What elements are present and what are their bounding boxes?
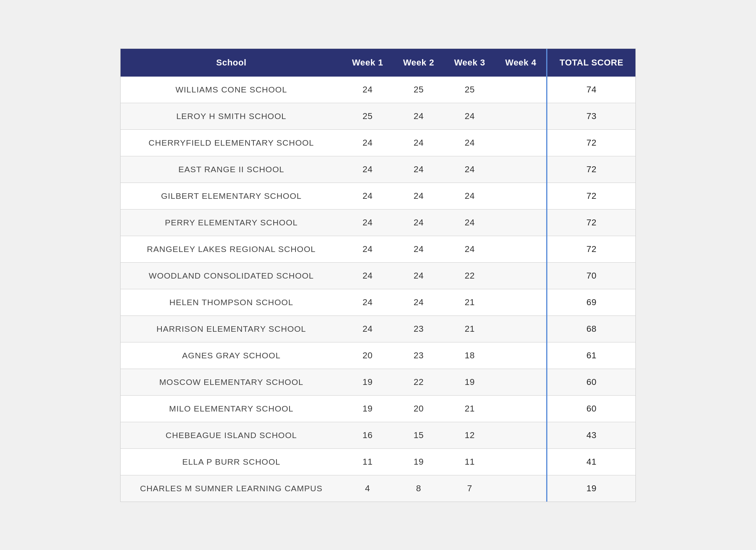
cell-week3: 24: [444, 103, 495, 129]
cell-total: 73: [547, 103, 635, 129]
cell-school: RANGELEY LAKES REGIONAL SCHOOL: [121, 236, 342, 262]
cell-school: CHERRYFIELD ELEMENTARY SCHOOL: [121, 129, 342, 156]
cell-week4: [495, 369, 547, 395]
cell-total: 69: [547, 289, 635, 315]
cell-school: GILBERT ELEMENTARY SCHOOL: [121, 183, 342, 209]
cell-week2: 24: [393, 156, 444, 183]
cell-week4: [495, 262, 547, 289]
cell-week3: 19: [444, 369, 495, 395]
cell-week2: 24: [393, 183, 444, 209]
cell-school: AGNES GRAY SCHOOL: [121, 342, 342, 369]
table-row: ELLA P BURR SCHOOL11191141: [121, 448, 635, 475]
cell-week4: [495, 448, 547, 475]
cell-week1: 24: [342, 77, 393, 103]
cell-week3: 7: [444, 475, 495, 502]
cell-week3: 24: [444, 156, 495, 183]
cell-total: 72: [547, 236, 635, 262]
scores-table-container: School Week 1 Week 2 Week 3 Week 4 TOTAL…: [120, 48, 636, 502]
cell-week1: 24: [342, 236, 393, 262]
cell-week1: 20: [342, 342, 393, 369]
cell-week1: 24: [342, 209, 393, 236]
cell-school: PERRY ELEMENTARY SCHOOL: [121, 209, 342, 236]
cell-school: WOODLAND CONSOLIDATED SCHOOL: [121, 262, 342, 289]
header-week3: Week 3: [444, 49, 495, 77]
cell-week4: [495, 395, 547, 422]
table-row: MOSCOW ELEMENTARY SCHOOL19221960: [121, 369, 635, 395]
table-row: WOODLAND CONSOLIDATED SCHOOL24242270: [121, 262, 635, 289]
cell-school: HELEN THOMPSON SCHOOL: [121, 289, 342, 315]
table-row: CHERRYFIELD ELEMENTARY SCHOOL24242472: [121, 129, 635, 156]
cell-total: 72: [547, 156, 635, 183]
cell-school: LEROY H SMITH SCHOOL: [121, 103, 342, 129]
header-total: TOTAL SCORE: [547, 49, 635, 77]
cell-week4: [495, 289, 547, 315]
table-row: CHEBEAGUE ISLAND SCHOOL16151243: [121, 422, 635, 448]
table-row: AGNES GRAY SCHOOL20231861: [121, 342, 635, 369]
cell-week4: [495, 422, 547, 448]
table-row: GILBERT ELEMENTARY SCHOOL24242472: [121, 183, 635, 209]
cell-week4: [495, 103, 547, 129]
cell-week1: 24: [342, 262, 393, 289]
cell-week3: 24: [444, 129, 495, 156]
table-row: MILO ELEMENTARY SCHOOL19202160: [121, 395, 635, 422]
cell-school: WILLIAMS CONE SCHOOL: [121, 77, 342, 103]
cell-total: 74: [547, 77, 635, 103]
cell-total: 68: [547, 315, 635, 342]
table-header-row: School Week 1 Week 2 Week 3 Week 4 TOTAL…: [121, 49, 635, 77]
cell-week3: 21: [444, 289, 495, 315]
table-row: EAST RANGE II SCHOOL24242472: [121, 156, 635, 183]
scores-table: School Week 1 Week 2 Week 3 Week 4 TOTAL…: [121, 49, 635, 502]
cell-school: ELLA P BURR SCHOOL: [121, 448, 342, 475]
cell-week4: [495, 236, 547, 262]
cell-week3: 24: [444, 236, 495, 262]
cell-total: 60: [547, 369, 635, 395]
cell-week1: 19: [342, 395, 393, 422]
cell-week3: 22: [444, 262, 495, 289]
cell-total: 70: [547, 262, 635, 289]
cell-week2: 24: [393, 289, 444, 315]
table-row: CHARLES M SUMNER LEARNING CAMPUS48719: [121, 475, 635, 502]
cell-week4: [495, 315, 547, 342]
cell-week2: 20: [393, 395, 444, 422]
cell-total: 61: [547, 342, 635, 369]
cell-week2: 15: [393, 422, 444, 448]
header-week1: Week 1: [342, 49, 393, 77]
table-row: WILLIAMS CONE SCHOOL24252574: [121, 77, 635, 103]
cell-week3: 18: [444, 342, 495, 369]
cell-week3: 21: [444, 395, 495, 422]
cell-week2: 19: [393, 448, 444, 475]
table-row: HELEN THOMPSON SCHOOL24242169: [121, 289, 635, 315]
cell-week1: 25: [342, 103, 393, 129]
table-body: WILLIAMS CONE SCHOOL24252574LEROY H SMIT…: [121, 77, 635, 502]
cell-week4: [495, 156, 547, 183]
cell-week2: 24: [393, 236, 444, 262]
cell-week3: 21: [444, 315, 495, 342]
table-row: LEROY H SMITH SCHOOL25242473: [121, 103, 635, 129]
cell-school: CHARLES M SUMNER LEARNING CAMPUS: [121, 475, 342, 502]
cell-week1: 16: [342, 422, 393, 448]
cell-week3: 25: [444, 77, 495, 103]
cell-total: 60: [547, 395, 635, 422]
header-school: School: [121, 49, 342, 77]
cell-week4: [495, 77, 547, 103]
cell-total: 19: [547, 475, 635, 502]
table-row: PERRY ELEMENTARY SCHOOL24242472: [121, 209, 635, 236]
cell-total: 72: [547, 209, 635, 236]
cell-week4: [495, 183, 547, 209]
cell-total: 72: [547, 129, 635, 156]
cell-week2: 22: [393, 369, 444, 395]
cell-total: 43: [547, 422, 635, 448]
cell-school: MILO ELEMENTARY SCHOOL: [121, 395, 342, 422]
cell-school: EAST RANGE II SCHOOL: [121, 156, 342, 183]
cell-week2: 24: [393, 262, 444, 289]
header-week4: Week 4: [495, 49, 547, 77]
cell-week3: 11: [444, 448, 495, 475]
cell-week1: 11: [342, 448, 393, 475]
cell-week2: 8: [393, 475, 444, 502]
cell-week4: [495, 475, 547, 502]
cell-week2: 23: [393, 315, 444, 342]
cell-week1: 24: [342, 129, 393, 156]
cell-total: 72: [547, 183, 635, 209]
cell-week1: 24: [342, 156, 393, 183]
cell-week1: 24: [342, 183, 393, 209]
